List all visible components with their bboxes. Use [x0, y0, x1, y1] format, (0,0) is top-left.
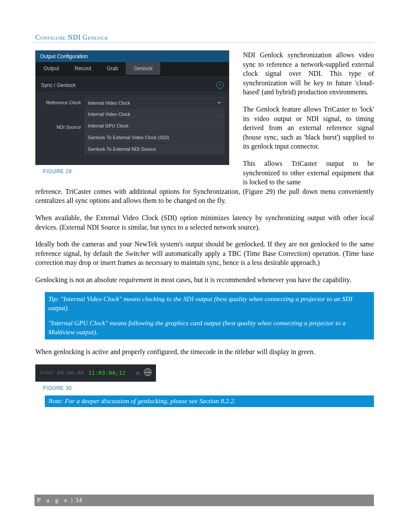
tab-output[interactable]: Output: [36, 62, 67, 75]
tip-callout: Tip: "Internal Video Clock" means clocki…: [45, 292, 374, 339]
dropdown-option[interactable]: Genlock To External NDI Source: [84, 143, 224, 155]
body-text: This allows TriCaster output to be synch…: [243, 159, 374, 187]
timecode-zero: 00:00:00: [57, 370, 84, 376]
panel-section-header: Sync / Genlock i: [36, 75, 229, 91]
tip-text: "Internal GPU Clock" means following the…: [48, 319, 371, 337]
output-config-panel: Output Configuration Output Record Grab …: [35, 50, 229, 165]
section-label: Sync / Genlock: [41, 82, 76, 88]
dropdown-option[interactable]: Genlock To External Video Clock (SDI): [84, 131, 224, 143]
body-text: When genlocking is active and properly c…: [35, 347, 374, 357]
dropdown-option[interactable]: Internal Video Clock: [84, 108, 224, 120]
gear-icon[interactable]: ⚙: [136, 370, 140, 376]
timecode-active: 11:03:04;12: [88, 370, 125, 376]
figure-30-caption: FIGURE 30: [43, 385, 374, 391]
section-heading: Configure NDI Genlock: [35, 34, 374, 43]
body-text: Ideally both the cameras and your NewTek…: [35, 240, 374, 268]
body-text: The Genlock feature allows TriCaster to …: [243, 105, 374, 151]
globe-icon[interactable]: [144, 368, 152, 377]
body-text: Genlocking is not an absolute requiremen…: [35, 275, 374, 285]
tab-record[interactable]: Record: [67, 62, 99, 75]
info-icon[interactable]: i: [216, 81, 224, 89]
start-label: START: [40, 370, 54, 375]
body-text: When available, the External Video Clock…: [35, 213, 374, 232]
dropdown-selected: Internal Video Clock: [88, 100, 130, 106]
body-text: NDI Genlock synchronization allows video…: [243, 50, 374, 97]
page-footer: P a g e | 34: [34, 495, 374, 506]
panel-title: Output Configuration: [36, 51, 229, 62]
panel-tabs: Output Record Grab Genlock: [36, 62, 229, 75]
body-text: reference. TriCaster comes with addition…: [35, 187, 374, 205]
figure-29-caption: FIGURE 29: [43, 168, 229, 174]
timecode-bar: START 00:00:00 11:03:04;12 ⚙: [35, 364, 156, 382]
note-callout: Note: For a deeper discussion of genlock…: [45, 395, 374, 407]
reference-clock-dropdown[interactable]: Internal Video Clock: [84, 97, 224, 108]
tab-genlock[interactable]: Genlock: [126, 62, 160, 75]
reference-clock-label: Reference Clock: [40, 97, 84, 155]
chevron-down-icon: [218, 102, 221, 104]
tip-text: Tip: "Internal Video Clock" means clocki…: [48, 295, 371, 313]
dropdown-list: Internal Video Clock Internal GPU Clock …: [84, 108, 224, 155]
tab-grab[interactable]: Grab: [99, 62, 126, 75]
dropdown-option[interactable]: Internal GPU Clock: [84, 120, 224, 131]
